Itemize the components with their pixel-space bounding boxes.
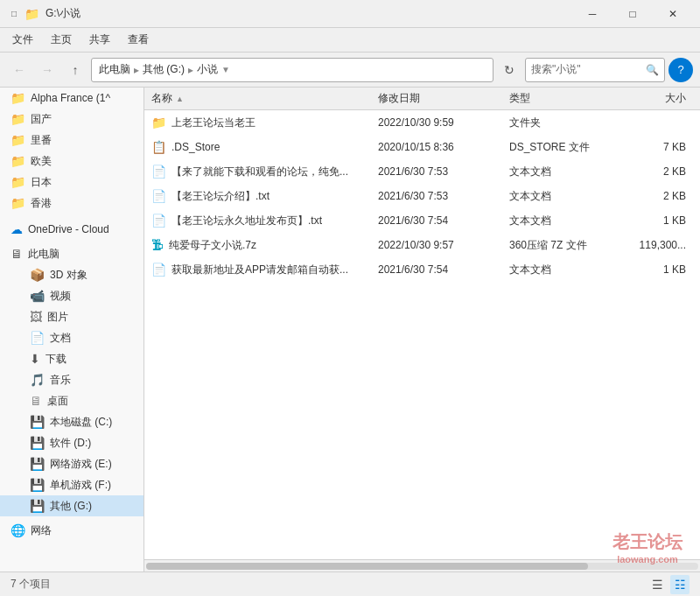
search-input[interactable]	[531, 64, 642, 76]
table-row[interactable]: 📋 .DS_Store 2020/10/15 8:36 DS_STORE 文件 …	[144, 135, 700, 159]
file-date: 2020/10/15 8:36	[378, 141, 509, 153]
minimize-button[interactable]: ─	[572, 0, 612, 28]
refresh-button[interactable]: ↻	[497, 58, 522, 82]
file-name-cell: 📁 上老王论坛当老王	[151, 116, 378, 130]
file-name-cell: 📄 【来了就能下载和观看的论坛，纯免...	[151, 165, 378, 179]
menu-view[interactable]: 查看	[119, 29, 158, 51]
horizontal-scrollbar[interactable]	[144, 559, 700, 571]
file-name: .DS_Store	[172, 141, 220, 153]
search-icon: 🔍	[646, 64, 659, 76]
file-pane: 名称 ▲ 修改日期 类型 大小 📁 上老王论坛当老王 2022/10/30 9:…	[144, 88, 700, 571]
file-date: 2021/6/30 7:53	[378, 165, 509, 178]
archive-icon: 🗜	[151, 238, 164, 252]
sidebar: 📁 Alpha France (1^ 📁 国产 📁 里番 📁 欧美 📁 日本 📁…	[0, 88, 144, 571]
status-count: 7 个项目	[10, 577, 51, 592]
file-date: 2021/6/30 7:54	[378, 263, 509, 276]
drive-f-icon: 💾	[30, 478, 45, 492]
file-name-cell: 📄 【老王论坛介绍】.txt	[151, 189, 378, 204]
file-list: 📁 上老王论坛当老王 2022/10/30 9:59 文件夹 📋 .DS_Sto…	[144, 110, 700, 559]
main-area: 📁 Alpha France (1^ 📁 国产 📁 里番 📁 欧美 📁 日本 📁…	[0, 88, 700, 571]
sidebar-item-alpha-france[interactable]: 📁 Alpha France (1^	[0, 88, 144, 109]
documents-icon: 📄	[30, 331, 45, 345]
menu-home[interactable]: 主页	[42, 29, 80, 51]
sidebar-item-pictures[interactable]: 🖼 图片	[0, 306, 144, 327]
folder-icon: 📁	[10, 133, 25, 147]
table-row[interactable]: 📄 获取最新地址及APP请发邮箱自动获... 2021/6/30 7:54 文本…	[144, 257, 700, 282]
file-type: 360压缩 7Z 文件	[509, 238, 623, 253]
folder-icon: 📁	[10, 154, 25, 168]
drive-e-icon: 💾	[30, 457, 45, 471]
col-date-header[interactable]: 修改日期	[378, 91, 509, 106]
title-bar: □ 📁 G:\小说 ─ □ ✕	[0, 0, 700, 28]
menu-bar: 文件 主页 共享 查看	[0, 28, 700, 53]
details-view-button[interactable]: ☷	[670, 575, 690, 594]
sidebar-item-onedrive[interactable]: ☁ OneDrive - Cloud	[0, 219, 144, 240]
sidebar-item-drive-f[interactable]: 💾 单机游戏 (F:)	[0, 474, 144, 495]
file-name: 上老王论坛当老王	[172, 116, 256, 130]
col-type-header[interactable]: 类型	[509, 91, 623, 106]
sidebar-item-drive-e[interactable]: 💾 网络游戏 (E:)	[0, 453, 144, 474]
sidebar-item-drive-d[interactable]: 💾 软件 (D:)	[0, 432, 144, 453]
menu-share[interactable]: 共享	[80, 29, 119, 51]
music-icon: 🎵	[30, 373, 45, 387]
window-controls: ─ □ ✕	[572, 0, 693, 28]
file-name: 【来了就能下载和观看的论坛，纯免...	[172, 165, 348, 179]
pc-icon: 🖥	[10, 247, 23, 261]
file-size: 119,300...	[623, 239, 693, 251]
file-size: 2 KB	[623, 190, 693, 202]
sidebar-label: 3D 对象	[50, 268, 88, 283]
sidebar-item-guochan[interactable]: 📁 国产	[0, 109, 144, 130]
scrollbar-track	[146, 563, 698, 570]
sidebar-item-liban[interactable]: 📁 里番	[0, 130, 144, 151]
file-type: 文本文档	[509, 263, 623, 277]
sidebar-label: 网络	[31, 523, 52, 538]
file-type: 文件夹	[509, 116, 623, 130]
sidebar-item-riben[interactable]: 📁 日本	[0, 172, 144, 193]
search-bar: 🔍	[525, 58, 665, 82]
forward-button[interactable]: →	[35, 58, 60, 82]
sidebar-item-documents[interactable]: 📄 文档	[0, 327, 144, 348]
folder-icon: 📁	[10, 175, 25, 189]
file-name-cell: 📄 【老王论坛永久地址发布页】.txt	[151, 214, 378, 228]
txt-icon: 📄	[151, 214, 166, 228]
sidebar-item-desktop[interactable]: 🖥 桌面	[0, 390, 144, 411]
maximize-button[interactable]: □	[612, 0, 653, 28]
drive-c-icon: 💾	[30, 415, 45, 429]
sidebar-item-xianggang[interactable]: 📁 香港	[0, 193, 144, 214]
menu-file[interactable]: 文件	[4, 29, 42, 51]
sidebar-item-drive-c[interactable]: 💾 本地磁盘 (C:)	[0, 411, 144, 432]
sidebar-item-3d[interactable]: 📦 3D 对象	[0, 264, 144, 285]
table-row[interactable]: 📄 【来了就能下载和观看的论坛，纯免... 2021/6/30 7:53 文本文…	[144, 159, 700, 184]
window-menu-icon: □	[7, 7, 21, 21]
sidebar-label: 下载	[46, 352, 66, 367]
help-button[interactable]: ?	[668, 58, 693, 82]
sidebar-label: 软件 (D:)	[50, 436, 91, 451]
file-date: 2021/6/30 7:54	[378, 214, 509, 227]
close-button[interactable]: ✕	[653, 0, 693, 28]
col-name-header[interactable]: 名称 ▲	[151, 91, 378, 106]
back-button[interactable]: ←	[7, 58, 32, 82]
list-view-button[interactable]: ☰	[648, 575, 667, 594]
sidebar-item-video[interactable]: 📹 视频	[0, 285, 144, 306]
file-type: DS_STORE 文件	[509, 140, 623, 155]
up-button[interactable]: ↑	[63, 58, 88, 82]
txt-icon: 📄	[151, 189, 166, 203]
sidebar-item-network[interactable]: 🌐 网络	[0, 520, 144, 541]
table-row[interactable]: 📁 上老王论坛当老王 2022/10/30 9:59 文件夹	[144, 110, 700, 135]
table-row[interactable]: 🗜 纯爱母子文小说.7z 2022/10/30 9:57 360压缩 7Z 文件…	[144, 233, 700, 257]
sidebar-item-music[interactable]: 🎵 音乐	[0, 369, 144, 390]
col-size-header[interactable]: 大小	[623, 91, 693, 106]
sidebar-label: 本地磁盘 (C:)	[50, 415, 112, 430]
sidebar-label: 桌面	[47, 394, 68, 409]
file-type: 文本文档	[509, 165, 623, 179]
sidebar-item-this-pc[interactable]: 🖥 此电脑	[0, 243, 144, 264]
sidebar-item-drive-g[interactable]: 💾 其他 (G:)	[0, 495, 144, 516]
folder-icon: 📁	[10, 91, 25, 105]
sidebar-item-downloads[interactable]: ⬇ 下载	[0, 348, 144, 369]
address-bar[interactable]: 此电脑 ▸ 其他 (G:) ▸ 小说 ▼	[91, 58, 494, 82]
sidebar-item-oumei[interactable]: 📁 欧美	[0, 151, 144, 172]
video-icon: 📹	[30, 289, 45, 303]
table-row[interactable]: 📄 【老王论坛介绍】.txt 2021/6/30 7:53 文本文档 2 KB	[144, 184, 700, 208]
table-row[interactable]: 📄 【老王论坛永久地址发布页】.txt 2021/6/30 7:54 文本文档 …	[144, 208, 700, 233]
scrollbar-thumb	[146, 563, 588, 570]
